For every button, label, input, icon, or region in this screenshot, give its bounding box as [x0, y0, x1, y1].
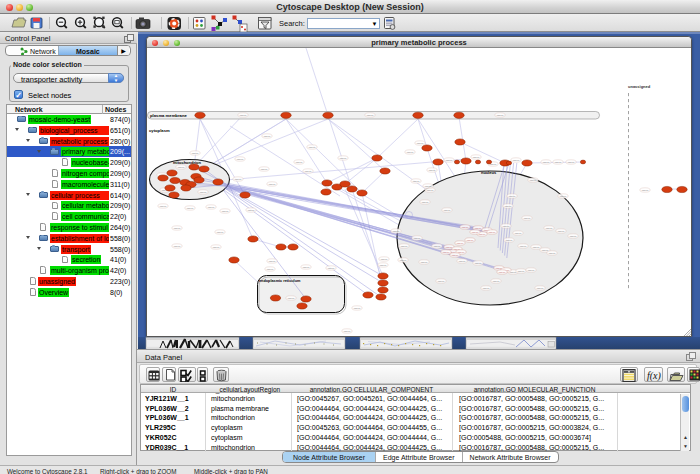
svg-text:(lab-g): (lab-g)	[248, 209, 255, 212]
svg-text:(lab-g): (lab-g)	[483, 287, 490, 290]
svg-text:nucleus: nucleus	[481, 170, 497, 175]
svg-text:(lab-g): (lab-g)	[444, 209, 451, 212]
svg-text:(lab-g): (lab-g)	[555, 161, 562, 164]
svg-text:endoplasmic reticulum: endoplasmic reticulum	[259, 279, 301, 283]
svg-text:(lab-g): (lab-g)	[174, 227, 181, 230]
svg-text:(lab-g): (lab-g)	[549, 252, 556, 255]
svg-text:(lab-g): (lab-g)	[422, 201, 429, 204]
svg-text:(lab-g): (lab-g)	[296, 161, 303, 164]
svg-text:(lab-g): (lab-g)	[192, 152, 199, 155]
svg-text:(lab-g): (lab-g)	[160, 205, 167, 208]
svg-text:(lab-g): (lab-g)	[240, 114, 247, 117]
svg-text:(lab-g): (lab-g)	[344, 330, 351, 333]
svg-text:(lab-g): (lab-g)	[497, 114, 504, 117]
svg-text:(lab-g): (lab-g)	[264, 135, 271, 138]
svg-text:(lab-g): (lab-g)	[421, 261, 428, 264]
svg-text:(lab-g): (lab-g)	[475, 262, 482, 265]
svg-text:(lab-g): (lab-g)	[438, 280, 445, 283]
svg-text:(lab-g): (lab-g)	[467, 239, 474, 242]
svg-text:f(x): f(x)	[647, 370, 662, 382]
svg-text:(lab-g): (lab-g)	[493, 280, 500, 283]
svg-text:(lab-g): (lab-g)	[443, 251, 450, 254]
svg-text:(lab-g): (lab-g)	[570, 235, 577, 238]
svg-text:(lab-g): (lab-g)	[235, 178, 242, 181]
svg-text:(lab-g): (lab-g)	[381, 258, 388, 261]
svg-text:(lab-g): (lab-g)	[530, 179, 537, 182]
svg-text:(lab-g): (lab-g)	[568, 161, 575, 164]
svg-text:(lab-g): (lab-g)	[462, 226, 469, 229]
svg-text:cytoplasm: cytoplasm	[149, 128, 170, 133]
svg-text:(lab-g): (lab-g)	[269, 183, 276, 186]
svg-text:(lab-g): (lab-g)	[261, 168, 268, 171]
svg-text:(lab-g): (lab-g)	[328, 267, 335, 270]
svg-text:(lab-g): (lab-g)	[503, 225, 510, 228]
svg-text:(lab-g): (lab-g)	[178, 166, 185, 169]
svg-text:(lab-g): (lab-g)	[642, 189, 649, 192]
svg-text:(lab-g): (lab-g)	[380, 264, 387, 267]
svg-text:(lab-g): (lab-g)	[505, 205, 512, 208]
svg-text:unassigned: unassigned	[628, 84, 651, 89]
svg-text:(lab-g): (lab-g)	[546, 227, 553, 230]
svg-text:(lab-g): (lab-g)	[459, 260, 466, 263]
svg-text:(lab-g): (lab-g)	[429, 169, 436, 172]
svg-text:(lab-g): (lab-g)	[413, 180, 420, 183]
svg-text:(lab-g): (lab-g)	[187, 207, 194, 210]
svg-text:(lab-g): (lab-g)	[309, 146, 316, 149]
svg-text:(lab-g): (lab-g)	[340, 157, 347, 160]
svg-text:(lab-g): (lab-g)	[434, 245, 441, 248]
svg-text:(lab-g): (lab-g)	[393, 230, 400, 233]
svg-text:(lab-g): (lab-g)	[288, 297, 295, 300]
svg-text:(lab-g): (lab-g)	[213, 246, 220, 249]
svg-text:(lab-g): (lab-g)	[518, 270, 525, 273]
svg-text:(lab-g): (lab-g)	[414, 237, 421, 240]
svg-text:(lab-g): (lab-g)	[222, 210, 229, 213]
svg-text:(lab-g): (lab-g)	[472, 231, 479, 234]
svg-text:(lab-g): (lab-g)	[305, 170, 312, 173]
svg-text:(lab-g): (lab-g)	[208, 206, 215, 209]
svg-text:(lab-g): (lab-g)	[473, 156, 480, 159]
svg-text:(lab-g): (lab-g)	[401, 245, 408, 248]
svg-text:(lab-g): (lab-g)	[520, 245, 527, 248]
svg-text:(lab-g): (lab-g)	[427, 189, 434, 192]
svg-text:(lab-g): (lab-g)	[237, 158, 244, 161]
svg-text:(lab-g): (lab-g)	[533, 246, 540, 249]
svg-text:(lab-g): (lab-g)	[558, 230, 565, 233]
svg-text:(lab-g): (lab-g)	[400, 259, 407, 262]
svg-text:(lab-g): (lab-g)	[537, 287, 544, 290]
svg-text:(lab-g): (lab-g)	[446, 246, 453, 249]
svg-text:(lab-g): (lab-g)	[367, 114, 374, 117]
svg-text:(lab-g): (lab-g)	[217, 231, 224, 234]
svg-text:plasma membrane: plasma membrane	[150, 113, 187, 118]
svg-text:(lab-g): (lab-g)	[506, 239, 513, 242]
svg-text:(lab-g): (lab-g)	[200, 191, 207, 194]
svg-text:(lab-g): (lab-g)	[354, 307, 361, 310]
svg-text:(lab-g): (lab-g)	[267, 268, 274, 271]
svg-text:(lab-g): (lab-g)	[475, 227, 482, 230]
svg-text:(lab-g): (lab-g)	[543, 161, 550, 164]
svg-text:(lab-g): (lab-g)	[524, 217, 531, 220]
svg-text:(lab-g): (lab-g)	[425, 185, 432, 188]
svg-text:(lab-g): (lab-g)	[457, 242, 464, 245]
svg-text:(lab-g): (lab-g)	[528, 269, 535, 272]
svg-text:(lab-g): (lab-g)	[489, 231, 496, 234]
svg-text:(lab-g): (lab-g)	[269, 260, 276, 263]
svg-text:(lab-g): (lab-g)	[515, 232, 522, 235]
svg-text:(lab-g): (lab-g)	[303, 266, 310, 269]
svg-text:(lab-g): (lab-g)	[560, 195, 567, 198]
svg-text:(lab-g): (lab-g)	[509, 195, 516, 198]
svg-text:(lab-g): (lab-g)	[513, 159, 520, 162]
svg-text:(lab-g): (lab-g)	[446, 159, 453, 162]
svg-text:(lab-g): (lab-g)	[407, 151, 414, 154]
svg-text:(lab-g): (lab-g)	[417, 142, 424, 145]
svg-text:(lab-g): (lab-g)	[174, 245, 181, 248]
svg-text:(lab-g): (lab-g)	[499, 271, 506, 274]
svg-text:(lab-g): (lab-g)	[452, 254, 459, 257]
